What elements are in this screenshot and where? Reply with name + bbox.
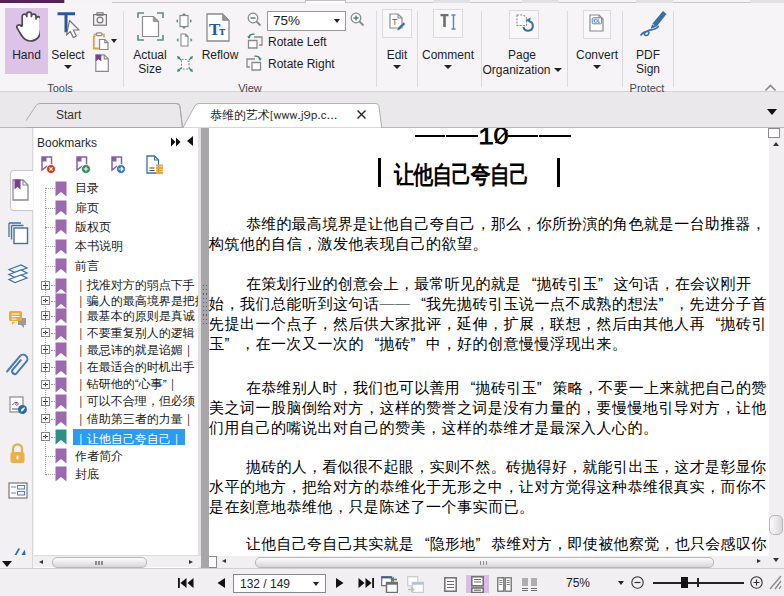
svg-text:т: т (219, 24, 225, 38)
svg-text:T: T (392, 17, 398, 27)
